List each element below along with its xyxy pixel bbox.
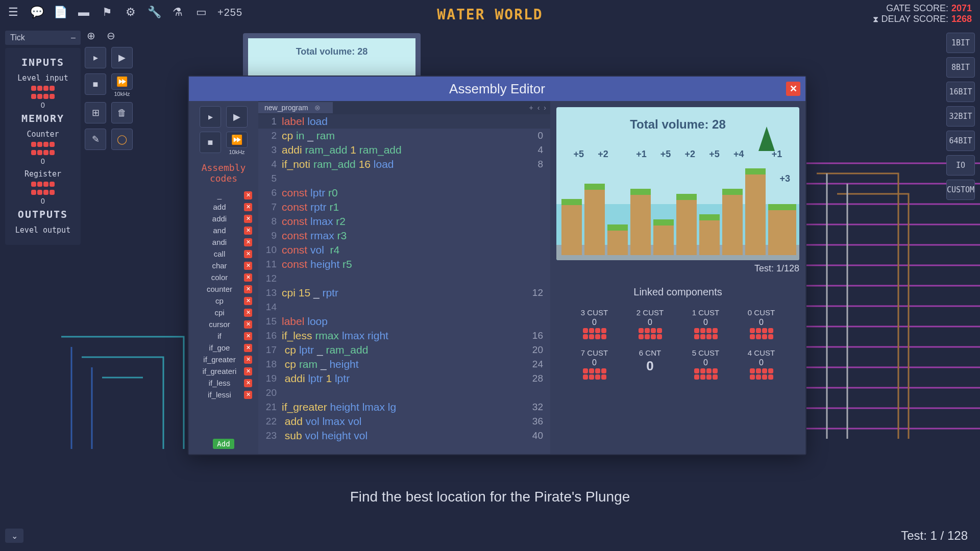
bit-button-1bit[interactable]: 1BIT xyxy=(946,33,975,53)
asm-opcode-call[interactable]: call✕ xyxy=(193,249,254,258)
select-button[interactable]: ⊞ xyxy=(85,102,106,123)
remove-icon[interactable]: ✕ xyxy=(244,250,252,258)
remove-icon[interactable]: ✕ xyxy=(244,203,252,211)
refresh-button[interactable]: ◯ xyxy=(111,129,133,150)
code-line[interactable]: 17 cp lptr _ ram_add20 xyxy=(258,343,550,357)
remove-icon[interactable]: ✕ xyxy=(244,332,252,340)
remove-icon[interactable]: ✕ xyxy=(244,262,252,270)
code-line[interactable]: 21if_greater height lmax lg32 xyxy=(258,400,550,414)
bit-button-custom[interactable]: CUSTOM xyxy=(946,180,975,200)
code-line[interactable]: 14 xyxy=(258,300,550,314)
bit-button-64bit[interactable]: 64BIT xyxy=(946,131,975,151)
delete-button[interactable]: 🗑 xyxy=(111,102,133,123)
component-0-CUST[interactable]: 0 CUST0 xyxy=(739,308,784,339)
remove-icon[interactable]: ✕ xyxy=(244,273,252,282)
asm-play-button[interactable]: ▶ xyxy=(226,106,248,128)
plus-count[interactable]: +255 xyxy=(217,7,242,18)
remove-icon[interactable]: ✕ xyxy=(244,285,252,293)
add-badge[interactable]: Add xyxy=(213,439,234,449)
book-icon[interactable]: ▬ xyxy=(77,5,91,19)
asm-opcode-if_goe[interactable]: if_goe✕ xyxy=(193,343,254,352)
code-line[interactable]: 23 sub vol height vol40 xyxy=(258,429,550,443)
asm-opcode-cp[interactable]: cp✕ xyxy=(193,296,254,305)
remove-icon[interactable]: ✕ xyxy=(244,215,252,223)
zoom-in-icon[interactable]: ⊕ xyxy=(87,30,95,42)
remove-icon[interactable]: ✕ xyxy=(244,379,252,387)
edit-button[interactable]: ✎ xyxy=(85,129,106,150)
asm-opcode-if_less[interactable]: if_less✕ xyxy=(193,379,254,387)
file-icon[interactable]: 📄 xyxy=(53,5,67,19)
asm-opcode-color[interactable]: color✕ xyxy=(193,273,254,282)
tick-selector[interactable]: Tick – xyxy=(5,31,81,45)
chat-icon[interactable]: 💬 xyxy=(30,5,44,19)
asm-opcode-if_greateri[interactable]: if_greateri✕ xyxy=(193,367,254,375)
asm-opcode-cursor[interactable]: cursor✕ xyxy=(193,320,254,329)
asm-opcode-andi[interactable]: andi✕ xyxy=(193,238,254,246)
remove-icon[interactable]: ✕ xyxy=(244,238,252,246)
code-line[interactable]: 5 xyxy=(258,171,550,186)
chip-icon[interactable]: ▭ xyxy=(194,5,208,19)
code-line[interactable]: 7const rptr r1 xyxy=(258,200,550,214)
code-line[interactable]: 13cpi 15 _ rptr12 xyxy=(258,286,550,300)
remove-icon[interactable]: ✕ xyxy=(244,367,252,375)
close-button[interactable]: ✕ xyxy=(786,82,800,96)
code-line[interactable]: 16if_less rmax lmax right16 xyxy=(258,329,550,343)
code-line[interactable]: 15label loop xyxy=(258,314,550,329)
asm-opcode-and[interactable]: and✕ xyxy=(193,226,254,235)
remove-icon[interactable]: ✕ xyxy=(244,227,252,235)
fast-forward-button[interactable]: ⏩ xyxy=(111,73,133,90)
asm-opcode-_[interactable]: _✕ xyxy=(193,191,254,199)
tree-icon[interactable]: ⚑ xyxy=(100,5,114,19)
asm-opcode-if_lessi[interactable]: if_lessi✕ xyxy=(193,390,254,399)
code-line[interactable]: 6const lptr r0 xyxy=(258,186,550,200)
expand-button[interactable]: ⌄ xyxy=(5,529,23,543)
code-line[interactable]: 11const height r5 xyxy=(258,257,550,271)
code-line[interactable]: 3addi ram_add 1 ram_add4 xyxy=(258,143,550,157)
code-line[interactable]: 8const lmax r2 xyxy=(258,214,550,229)
bit-button-io[interactable]: IO xyxy=(946,155,975,176)
asm-opcode-if_greater[interactable]: if_greater✕ xyxy=(193,355,254,364)
component-1-CUST[interactable]: 1 CUST0 xyxy=(683,308,728,339)
stop-button[interactable]: ■ xyxy=(85,73,106,95)
bit-button-32bit[interactable]: 32BIT xyxy=(946,106,975,127)
asm-opcode-add[interactable]: add✕ xyxy=(193,203,254,211)
play-button[interactable]: ▶ xyxy=(111,47,133,68)
remove-icon[interactable]: ✕ xyxy=(244,309,252,317)
code-line[interactable]: 18 cp ram _ height24 xyxy=(258,357,550,371)
asm-opcode-if[interactable]: if✕ xyxy=(193,332,254,340)
tab-next-icon[interactable]: › xyxy=(544,104,546,112)
code-line[interactable]: 1label load xyxy=(258,114,550,129)
code-line[interactable]: 22 add vol lmax vol36 xyxy=(258,414,550,429)
asm-opcode-cpi[interactable]: cpi✕ xyxy=(193,308,254,317)
component-3-CUST[interactable]: 3 CUST0 xyxy=(572,308,617,339)
tab-prev-icon[interactable]: ‹ xyxy=(537,104,540,112)
asm-ff-button[interactable]: ⏩ xyxy=(226,132,248,148)
code-line[interactable]: 12 xyxy=(258,271,550,286)
code-line[interactable]: 19 addi lptr 1 lptr28 xyxy=(258,371,550,386)
asm-opcode-addi[interactable]: addi✕ xyxy=(193,214,254,223)
component-5-CUST[interactable]: 5 CUST0 xyxy=(683,348,728,380)
tab-new-program[interactable]: new_program ⊗ xyxy=(258,102,333,113)
code-line[interactable]: 20 xyxy=(258,386,550,400)
asm-step-button[interactable]: ▸ xyxy=(200,106,221,128)
flask-icon[interactable]: ⚗ xyxy=(170,5,185,19)
component-4-CUST[interactable]: 4 CUST0 xyxy=(739,348,784,380)
bit-button-16bit[interactable]: 16BIT xyxy=(946,82,975,102)
bit-button-8bit[interactable]: 8BIT xyxy=(946,57,975,78)
step-button[interactable]: ▸ xyxy=(85,47,106,68)
remove-icon[interactable]: ✕ xyxy=(244,320,252,329)
asm-opcode-char[interactable]: char✕ xyxy=(193,261,254,270)
asm-stop-button[interactable]: ■ xyxy=(200,132,221,153)
code-line[interactable]: 10const vol r4 xyxy=(258,243,550,257)
zoom-out-icon[interactable]: ⊖ xyxy=(107,30,115,42)
component-2-CUST[interactable]: 2 CUST0 xyxy=(627,308,673,339)
code-line[interactable]: 4if_noti ram_add 16 load8 xyxy=(258,157,550,171)
gear-icon[interactable]: ⚙ xyxy=(124,5,138,19)
wrench-icon[interactable]: 🔧 xyxy=(147,5,161,19)
component-6-CNT[interactable]: 6 CNT0 xyxy=(627,348,673,380)
remove-icon[interactable]: ✕ xyxy=(244,191,252,199)
remove-icon[interactable]: ✕ xyxy=(244,356,252,364)
menu-icon[interactable]: ☰ xyxy=(6,5,20,19)
tab-add-icon[interactable]: + xyxy=(529,104,533,112)
component-7-CUST[interactable]: 7 CUST0 xyxy=(572,348,617,380)
